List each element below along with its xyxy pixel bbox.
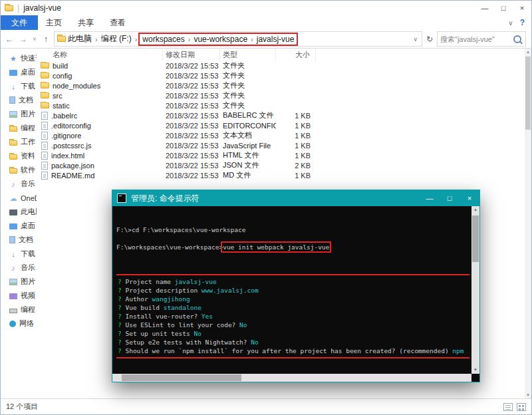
address-dropdown-icon[interactable]: ∨ xyxy=(411,36,420,43)
ribbon-tab[interactable]: 主页 xyxy=(38,15,70,30)
sidebar-item[interactable]: 音乐 xyxy=(1,177,37,191)
ribbon-tab[interactable]: 查看 xyxy=(102,15,134,30)
sidebar-item[interactable]: 图片 xyxy=(1,275,37,289)
recent-locations-icon[interactable]: ∨ xyxy=(31,36,38,42)
address-box[interactable]: 此电脑›编程 (F:)›workspaces›vue-workspace›jav… xyxy=(54,31,422,47)
sidebar-item[interactable]: 编程 (F:) xyxy=(1,303,37,317)
sidebar-item[interactable]: 文档 xyxy=(1,93,37,107)
cmd-scroll-up-icon[interactable]: ▲ xyxy=(471,206,479,213)
console-text: Install vue-router? xyxy=(125,313,201,320)
scroll-down-icon[interactable]: ▼ xyxy=(525,392,531,398)
restore-button[interactable]: □ xyxy=(494,1,513,15)
cloud-icon xyxy=(9,194,17,202)
console-text: www.javalsj.com xyxy=(201,287,259,294)
sidebar-item[interactable]: 编程 xyxy=(1,121,37,135)
help-icon[interactable]: ? xyxy=(520,18,525,27)
file-icon xyxy=(41,122,48,130)
desktop-icon xyxy=(9,70,17,76)
sidebar-item[interactable]: 桌面 xyxy=(1,65,37,79)
file-row[interactable]: .gitignore2018/3/22 15:53文本文档1 KB xyxy=(37,130,525,140)
scroll-up-icon[interactable]: ▲ xyxy=(525,49,531,55)
minimize-button[interactable]: — xyxy=(475,1,494,15)
file-date: 2018/3/22 15:53 xyxy=(163,122,220,130)
cmd-minimize-button[interactable]: — xyxy=(420,190,440,206)
column-header[interactable]: 名称 xyxy=(39,49,163,61)
column-header[interactable]: 类型 xyxy=(220,49,276,61)
breadcrumb-item[interactable]: workspaces xyxy=(140,35,186,44)
file-menu-button[interactable]: 文件 xyxy=(1,15,38,30)
search-input[interactable] xyxy=(438,35,513,43)
details-view-button[interactable] xyxy=(503,403,513,411)
console-text: F:\>cd F:\workspaces\vue-workspace xyxy=(116,226,245,233)
sidebar-item[interactable]: 下载 xyxy=(1,247,37,261)
file-row[interactable]: index.html2018/3/22 15:53HTML 文件1 KB xyxy=(37,150,525,160)
sidebar-item[interactable]: 工作 xyxy=(1,135,37,149)
cmd-horizontal-scrollbar[interactable] xyxy=(112,374,471,382)
breadcrumb-item[interactable]: javalsj-vue xyxy=(255,35,297,44)
sidebar-item[interactable]: 音乐 xyxy=(1,261,37,275)
folder-icon xyxy=(41,72,49,78)
cmd-restore-button[interactable]: □ xyxy=(440,190,460,206)
sidebar-item-label: 快速访问 xyxy=(21,53,37,63)
file-row[interactable]: README.md2018/3/22 15:53MD 文件1 KB xyxy=(37,170,525,180)
breadcrumb-item[interactable]: vue-workspace xyxy=(192,35,249,44)
download-icon xyxy=(9,82,17,90)
breadcrumb: 此电脑›编程 (F:)›workspaces›vue-workspace›jav… xyxy=(66,33,298,45)
ribbon-tab[interactable]: 共享 xyxy=(70,15,102,30)
forward-button[interactable]: → xyxy=(17,35,29,44)
sidebar-item[interactable]: 下载 xyxy=(1,79,37,93)
close-button[interactable]: × xyxy=(513,1,531,15)
up-button[interactable]: ↑ xyxy=(40,35,52,44)
file-date: 2018/3/22 15:53 xyxy=(163,162,220,170)
sidebar-item[interactable]: 快速访问 xyxy=(1,51,37,65)
file-list-scrollbar[interactable]: ▲ ▼ xyxy=(525,49,531,398)
column-header[interactable]: 修改日期 xyxy=(163,49,220,61)
file-row[interactable]: .postcssrc.js2018/3/22 15:53JavaScript F… xyxy=(37,140,525,150)
console-line: ? Install vue-router? Yes xyxy=(118,312,468,321)
file-row[interactable]: config2018/3/22 15:53文件夹 xyxy=(37,70,525,80)
console-output: F:\>cd F:\workspaces\vue-workspace F:\wo… xyxy=(116,208,469,372)
console-text: Project description xyxy=(125,287,201,294)
cmd-titlebar[interactable]: 管理员: 命令提示符 — □ × xyxy=(112,190,479,206)
sidebar-item[interactable]: 桌面 xyxy=(1,219,37,233)
cmd-vertical-scrollbar[interactable]: ▲ ▼ xyxy=(471,206,479,374)
file-type: EDITORCONFIG ... xyxy=(220,122,276,130)
sidebar-item[interactable]: 网络 xyxy=(1,317,37,331)
console-text: Use ESLint to lint your code? xyxy=(125,321,239,329)
sidebar-item[interactable]: 图片 xyxy=(1,107,37,121)
console-text: F:\workspaces\vue-workspace> xyxy=(116,243,223,251)
desktop-icon xyxy=(9,223,17,229)
file-row[interactable]: .babelrc2018/3/22 15:53BABELRC 文件1 KB xyxy=(37,110,525,120)
console-text: No xyxy=(239,321,247,329)
file-row[interactable]: static2018/3/22 15:53文件夹 xyxy=(37,100,525,110)
breadcrumb-item[interactable]: 此电脑 xyxy=(66,33,94,45)
sidebar-item[interactable]: 资料 xyxy=(1,149,37,163)
sidebar-item[interactable]: 软件 xyxy=(1,163,37,177)
file-row[interactable]: build2018/3/22 15:53文件夹 xyxy=(37,61,525,70)
file-row[interactable]: .editorconfig2018/3/22 15:53EDITORCONFIG… xyxy=(37,120,525,130)
sidebar-item[interactable]: OneDrive xyxy=(1,191,37,205)
picture-icon xyxy=(9,111,17,118)
cmd-close-button[interactable]: × xyxy=(460,190,479,206)
cmd-body[interactable]: F:\>cd F:\workspaces\vue-workspace F:\wo… xyxy=(112,206,479,382)
scrollbar-thumb[interactable] xyxy=(525,57,531,130)
cmd-hscrollbar-thumb[interactable] xyxy=(122,374,241,381)
file-date: 2018/3/22 15:53 xyxy=(163,142,220,150)
sidebar-item[interactable]: 文档 xyxy=(1,233,37,247)
column-header[interactable]: 大小 xyxy=(276,49,316,61)
breadcrumb-item[interactable]: 编程 (F:) xyxy=(99,33,134,45)
console-pre: F:\>cd F:\workspaces\vue-workspace F:\wo… xyxy=(116,225,469,260)
sidebar-item[interactable]: 视频 xyxy=(1,289,37,303)
cmd-scrollbar-thumb[interactable] xyxy=(472,215,479,262)
back-button[interactable]: ← xyxy=(3,35,15,44)
file-row[interactable]: package.json2018/3/22 15:53JSON 文件2 KB xyxy=(37,160,525,170)
sidebar-item[interactable]: 此电脑 xyxy=(1,205,37,219)
file-row[interactable]: src2018/3/22 15:53文件夹 xyxy=(37,90,525,100)
refresh-icon[interactable]: ↻ xyxy=(424,35,435,44)
search-icon[interactable] xyxy=(513,35,521,43)
ribbon-collapse-icon[interactable]: ∨ xyxy=(508,19,513,27)
file-row[interactable]: node_modules2018/3/22 15:53文件夹 xyxy=(37,80,525,90)
cmd-scroll-down-icon[interactable]: ▼ xyxy=(471,366,479,374)
large-icons-view-button[interactable] xyxy=(517,403,526,411)
console-text: Author xyxy=(125,295,152,303)
